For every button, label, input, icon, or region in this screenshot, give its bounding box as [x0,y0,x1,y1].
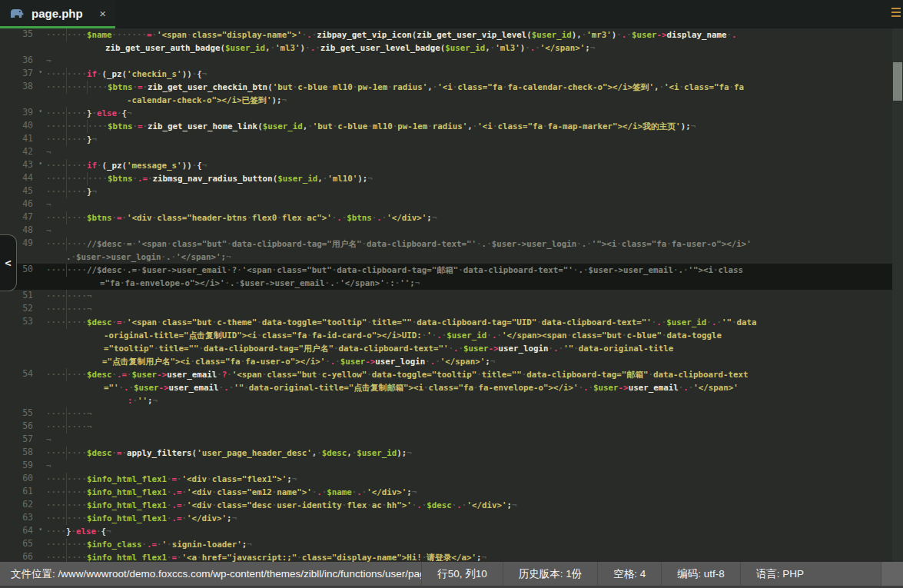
line-number[interactable]: 61 [0,486,43,499]
code-line[interactable]: ········¬ [43,290,903,303]
code-line[interactable]: ¬ [43,224,903,238]
line-number[interactable]: 44 [0,172,43,185]
code-line[interactable]: -calendar-check-o"></i>已签到');¬ [43,94,903,107]
scrollbar-thumb[interactable] [893,62,902,101]
line-number[interactable]: 65 [0,538,43,551]
history-version-status[interactable]: 历史版本: 1份 [503,562,598,586]
code-line[interactable]: ¬ [43,434,903,447]
code-line[interactable]: .·$user->user_login·.·'</span>';¬ [43,251,903,264]
fold-arrow-icon[interactable]: ▾ [38,526,42,533]
line-number[interactable]: 58 [0,447,43,460]
line-number[interactable] [0,94,43,107]
line-number[interactable]: 53 [0,316,43,329]
line-number[interactable]: 38 [0,81,43,94]
code-line[interactable]: ········$info_html_flex1·=·'<a·href="jav… [43,551,903,562]
code-area[interactable]: ········$name·······=·'<span·class="disp… [43,28,903,562]
code-line[interactable]: ········if·(_pz('checkin_s'))·{¬ [43,68,903,81]
line-number[interactable]: 40 [0,120,43,133]
code-line[interactable]: ············$btns·=·zib_get_user_home_li… [43,120,903,133]
line-number[interactable]: 36 [0,55,43,68]
code-line[interactable]: ········}¬ [43,133,903,146]
line-number[interactable]: 47 [0,211,43,224]
code-line[interactable]: ········$btns·=·'<div·class="header-btns… [43,211,903,224]
code-line[interactable]: ········}·else·{¬ [43,107,903,120]
line-number[interactable]: 45 [0,185,43,198]
editor-window: page.php × 353637▾3839▾40414243▾44454647… [0,0,903,588]
code-line[interactable]: ········¬ [43,407,903,420]
code-line[interactable]: ········$info_html_flex1·.=·'</div>';¬ [43,512,903,525]
code-line[interactable]: ········$info_html_flex1·.=·'<div·class=… [43,499,903,512]
line-number[interactable] [0,329,43,342]
line-number[interactable]: 42 [0,146,43,159]
line-number[interactable]: 39▾ [0,107,43,120]
line-number[interactable]: 43▾ [0,159,43,172]
code-line[interactable]: ········//$desc·.=·$user->user_email·?·'… [43,264,903,277]
line-number[interactable] [0,42,43,55]
code-line[interactable]: ········¬ [43,303,903,316]
code-line[interactable]: ¬ [43,198,903,211]
line-number[interactable]: 57 [0,434,43,447]
code-line[interactable]: ····}·else·{¬ [43,525,903,538]
cursor-position-status[interactable]: 行50, 列10 [421,562,503,586]
line-number[interactable]: 64▾ [0,525,43,538]
line-number[interactable]: 62 [0,499,43,512]
line-number[interactable]: 41 [0,133,43,146]
tab-page-php[interactable]: page.php × [0,0,115,28]
code-line[interactable]: ="'·.·$user->user_email·.·'"·data-origin… [43,381,903,394]
line-number[interactable]: 63 [0,512,43,525]
code-line[interactable]: -original-title="点击复制UID"><i·class="fa·f… [43,329,903,342]
indent-guide [66,368,67,381]
line-number[interactable]: 60 [0,473,43,486]
fold-arrow-icon[interactable]: ▾ [38,68,42,75]
vertical-scrollbar[interactable] [892,28,903,562]
code-line[interactable]: ········$info_html_flex1·.=·'<div·class=… [43,486,903,499]
language-mode-status[interactable]: 语言: PHP [740,562,819,586]
code-line[interactable]: ········$info_class·.=·'·signin-loader';… [43,538,903,551]
fold-arrow-icon[interactable]: ▾ [38,108,42,115]
line-number[interactable] [0,381,43,394]
line-number[interactable]: 51 [0,290,43,303]
indent-guide [66,512,67,525]
code-line[interactable]: ········$desc·=·apply_filters('user_page… [43,447,903,460]
code-line[interactable]: ········$info_html_flex1·=·'<div·class="… [43,473,903,486]
encoding-status[interactable]: 编码: utf-8 [661,562,740,586]
code-line[interactable]: ········$desc·=·'<span·class="but·c-them… [43,316,903,329]
code-line[interactable]: ="点击复制用户名"><i·class="fa·fa-user-o"></i>'… [43,355,903,368]
code-line[interactable]: ········$name·······=·'<span·class="disp… [43,28,903,42]
resize-grip[interactable] [881,562,903,586]
line-number[interactable]: 35 [0,28,43,42]
panel-collapse-handle[interactable]: < [0,234,17,291]
line-number[interactable]: 59 [0,460,43,473]
code-line[interactable]: :·'';¬ [43,394,903,407]
code-line[interactable]: ········//$desc·=·'<span·class="but"·dat… [43,238,903,251]
code-line[interactable]: ········$desc·.=·$user->user_email·?·'<s… [43,368,903,381]
line-number[interactable]: 55 [0,407,43,420]
fold-arrow-icon[interactable]: ▾ [38,160,42,167]
line-number[interactable] [0,355,43,368]
code-line[interactable]: ········}¬ [43,185,903,198]
code-line[interactable]: ············$btns·.=·zibmsg_nav_radius_b… [43,172,903,185]
indent-spaces-status[interactable]: 空格: 4 [597,562,661,586]
line-number[interactable]: 54 [0,368,43,381]
menu-icon[interactable] [891,8,901,19]
line-number[interactable] [0,394,43,407]
line-number[interactable]: 66 [0,551,43,562]
line-number[interactable] [0,342,43,355]
code-line[interactable]: ="tooltip"·title=""·data-clipboard-tag="… [43,342,903,355]
code-line[interactable]: ¬ [43,55,903,68]
code-line[interactable]: ········if·(_pz('message_s'))·{¬ [43,159,903,172]
code-line[interactable]: ="fa·fa-envelope-o"></i>'·.·$user->user_… [43,277,903,290]
indent-guide [66,133,67,146]
code-line[interactable]: ············$btns·=·zib_get_user_checkin… [43,81,903,94]
tab-close-icon[interactable]: × [99,8,106,19]
line-number[interactable]: 56 [0,420,43,434]
indent-guide [66,316,67,329]
line-number[interactable]: 46 [0,198,43,211]
code-line[interactable]: ¬ [43,460,903,473]
line-number[interactable]: 52 [0,303,43,316]
code-line[interactable]: ········¬ [43,420,903,434]
code-line[interactable]: zib_get_user_auth_badge($user_id,·'ml3')… [43,42,903,55]
php-icon [9,8,25,19]
code-line[interactable]: ¬ [43,146,903,159]
line-number[interactable]: 37▾ [0,68,43,81]
